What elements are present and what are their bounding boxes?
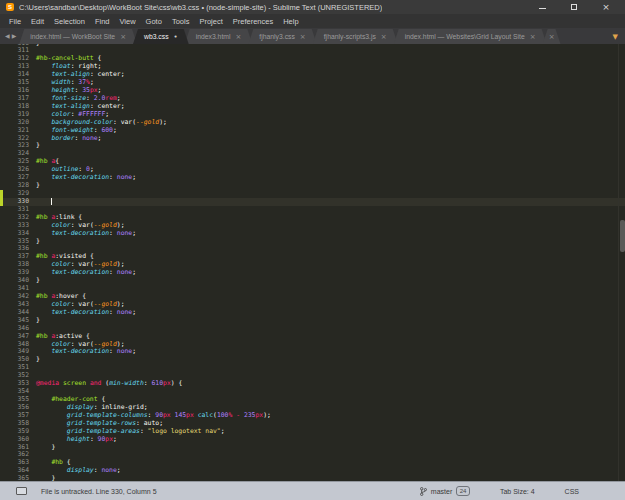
line-content: } [36, 475, 55, 481]
tab-close-icon[interactable]: × [530, 33, 536, 41]
code-line-327[interactable]: 327 text-decoration: none; [0, 174, 625, 182]
status-bar: File is untracked. Line 330, Column 5 ma… [0, 481, 625, 500]
tab-scroll-left-icon[interactable]: ◀ [5, 32, 10, 39]
line-content: } [36, 182, 40, 190]
code-line-349[interactable]: 349 text-decoration: none; [0, 348, 625, 356]
tab-label: wb3.css [144, 33, 169, 40]
tab-index.html[interactable]: index.html — Websites\Grid Layout Site× [394, 29, 547, 44]
tab-size-indicator[interactable]: Tab Size: 4 [500, 488, 535, 495]
menu-item-goto[interactable]: Goto [141, 17, 167, 26]
sublime-text-window: S C:\Users\sandbar\Desktop\WorkBoot Site… [0, 0, 625, 500]
code-line-335[interactable]: 335} [0, 238, 625, 246]
status-message: File is untracked. Line 330, Column 5 [41, 488, 157, 495]
git-branch-indicator[interactable]: master 24 [420, 486, 470, 496]
code-line-361[interactable]: 361 } [0, 444, 625, 452]
minimize-icon [539, 5, 546, 9]
tab-close-icon[interactable]: × [120, 33, 126, 41]
panel-switcher-icon[interactable] [16, 487, 27, 495]
git-change-count-badge: 24 [456, 486, 470, 496]
tab-fjhanly3.css[interactable]: fjhanly3.css× [248, 29, 316, 44]
close-button[interactable]: × [601, 2, 611, 12]
code-editor[interactable]: 310}311312#hb-cancel-butt {313 float: ri… [0, 44, 625, 481]
code-line-323[interactable]: 323} [0, 142, 625, 150]
menu-item-help[interactable]: Help [278, 17, 303, 26]
tab-label: fjhanly-scripts3.js [324, 33, 376, 40]
menu-bar: FileEditSelectionFindViewGotoToolsProjec… [0, 14, 625, 28]
code-line-341[interactable]: 341 [0, 285, 625, 293]
tab-close-icon[interactable]: × [300, 33, 306, 41]
code-line-339[interactable]: 339 text-decoration: none; [0, 269, 625, 277]
line-content: } [36, 317, 40, 325]
vertical-scrollbar[interactable] [618, 44, 625, 481]
line-content: text-decoration: none; [36, 174, 136, 182]
line-content: text-decoration: none; [36, 348, 136, 356]
menu-item-project[interactable]: Project [194, 17, 227, 26]
code-line-329[interactable]: 329 [0, 190, 625, 198]
tab-dirty-icon[interactable]: • [174, 33, 178, 41]
code-line-353[interactable]: 353@media screen and (min-width: 610px) … [0, 380, 625, 388]
scrollbar-thumb[interactable] [620, 220, 625, 252]
tab-label: index3.html [196, 33, 231, 40]
line-content: text-decoration: none; [36, 230, 136, 238]
git-branch-name: master [431, 488, 452, 495]
code-line-328[interactable]: 328} [0, 182, 625, 190]
maximize-button[interactable] [569, 2, 579, 12]
code-line-330[interactable]: 330 [0, 198, 625, 206]
git-branch-icon [420, 487, 427, 496]
code-line-362[interactable]: 362 [0, 451, 625, 459]
menu-item-find[interactable]: Find [90, 17, 115, 26]
tab-bar: ◀ ▶ index.html — WorkBoot Site×wb3.css•i… [0, 28, 625, 44]
tab-wb3.css[interactable]: wb3.css• [133, 29, 189, 44]
tab-strip: index.html — WorkBoot Site×wb3.css•index… [19, 29, 556, 44]
line-content: border: none; [36, 135, 101, 143]
code-line-360[interactable]: 360 height: 90px; [0, 436, 625, 444]
text-caret [51, 198, 52, 205]
code-line-345[interactable]: 345} [0, 317, 625, 325]
minimize-button[interactable] [537, 2, 547, 12]
code-line-322[interactable]: 322 border: none; [0, 135, 625, 143]
tab-close-icon[interactable]: × [549, 33, 555, 41]
code-line-324[interactable]: 324 [0, 150, 625, 158]
code-line-331[interactable]: 331 [0, 206, 625, 214]
tab-index3.html[interactable]: index3.html× [185, 29, 253, 44]
menu-item-preferences[interactable]: Preferences [228, 17, 278, 26]
tab-label: fjhanly3.css [259, 33, 295, 40]
line-content: @media screen and (min-width: 610px) { [36, 380, 182, 388]
code-line-344[interactable]: 344 text-decoration: none; [0, 309, 625, 317]
tab-index.html[interactable]: index.html — WorkBoot Site× [19, 29, 137, 44]
tab-label: index.html — Websites\Grid Layout Site [405, 33, 525, 40]
menu-item-edit[interactable]: Edit [26, 17, 49, 26]
code-line-350[interactable]: 350} [0, 356, 625, 364]
line-content: } [36, 142, 40, 150]
menu-item-selection[interactable]: Selection [49, 17, 90, 26]
code-line-325[interactable]: 325#hb a{ [0, 158, 625, 166]
code-line-334[interactable]: 334 text-decoration: none; [0, 230, 625, 238]
tab-close-icon[interactable]: × [381, 33, 387, 41]
line-content: text-decoration: none; [36, 309, 136, 317]
code-line-365[interactable]: 365 } [0, 475, 625, 481]
tab-label: index.html — WorkBoot Site [30, 33, 115, 40]
line-content: } [36, 444, 55, 452]
line-number: 365 [0, 475, 36, 481]
line-content: } [36, 238, 40, 246]
code-line-351[interactable]: 351 [0, 364, 625, 372]
tab-overflow-icon[interactable]: ▼ [613, 33, 625, 44]
menu-item-file[interactable]: File [4, 17, 26, 26]
maximize-icon [571, 4, 577, 10]
code-lines: 310}311312#hb-cancel-butt {313 float: ri… [0, 44, 625, 481]
syntax-indicator[interactable]: CSS [565, 488, 579, 495]
tab-close-icon[interactable]: × [235, 33, 241, 41]
line-content: } [36, 356, 40, 364]
code-line-340[interactable]: 340} [0, 277, 625, 285]
line-content: } [36, 277, 40, 285]
menu-item-view[interactable]: View [114, 17, 140, 26]
line-content [36, 198, 52, 206]
window-title: C:\Users\sandbar\Desktop\WorkBoot Site\c… [19, 3, 382, 12]
tab-fjhanly-scripts3.js[interactable]: fjhanly-scripts3.js× [313, 29, 398, 44]
tab-clipped[interactable]: × [543, 29, 561, 44]
code-line-346[interactable]: 346 [0, 325, 625, 333]
menu-item-tools[interactable]: Tools [167, 17, 195, 26]
tab-scroll-right-icon[interactable]: ▶ [12, 32, 17, 39]
code-line-364[interactable]: 364 display: none; [0, 467, 625, 475]
sublime-logo-icon: S [6, 3, 14, 11]
